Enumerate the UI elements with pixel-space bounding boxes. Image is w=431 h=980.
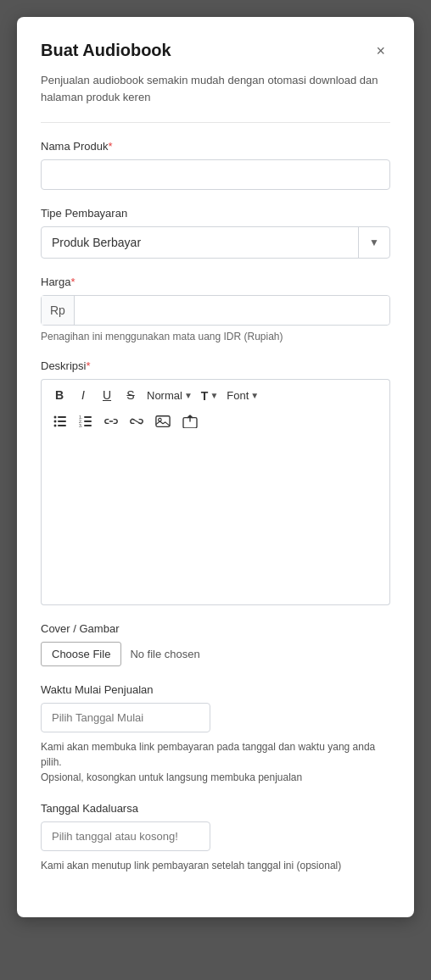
close-button[interactable]: ×	[371, 42, 390, 60]
no-file-text: No file chosen	[130, 648, 199, 660]
tanggal-kadaluarsa-input[interactable]	[41, 821, 210, 851]
file-input-row: Choose File No file chosen	[41, 642, 390, 666]
unordered-list-button[interactable]	[48, 413, 72, 430]
underline-button[interactable]: U	[96, 385, 118, 407]
waktu-mulai-field: Waktu Mulai Penjualan Kami akan membuka …	[41, 683, 390, 785]
link-button[interactable]	[99, 413, 123, 430]
toolbar-row2: 1. 2. 3.	[48, 412, 383, 431]
tipe-pembayaran-field: Tipe Pembayaran Produk Berbayar ▼	[41, 207, 390, 259]
font-value: Font	[227, 389, 249, 402]
svg-rect-7	[84, 416, 92, 418]
modal-container: Buat Audiobook × Penjualan audiobook sem…	[17, 17, 414, 917]
tanggal-kadaluarsa-field: Tanggal Kadaluarsa Kami akan menutup lin…	[41, 802, 390, 873]
deskripsi-label: Deskripsi*	[41, 359, 390, 372]
svg-point-2	[54, 420, 57, 422]
strikethrough-button[interactable]: S	[120, 385, 142, 407]
price-wrapper: Rp	[41, 295, 390, 326]
tipe-pembayaran-label: Tipe Pembayaran	[41, 207, 390, 220]
unlink-button[interactable]	[125, 413, 148, 430]
modal-subtitle: Penjualan audiobook semakin mudah dengan…	[41, 72, 390, 105]
svg-text:3.: 3.	[79, 423, 82, 427]
harga-hint: Penagihan ini menggunakan mata uang IDR …	[41, 331, 390, 342]
font-size-select[interactable]: Normal ▼	[143, 387, 196, 404]
svg-rect-13	[156, 415, 170, 426]
svg-rect-11	[84, 425, 92, 426]
deskripsi-editor[interactable]	[41, 436, 390, 605]
choose-file-button[interactable]: Choose File	[41, 642, 121, 666]
harga-input[interactable]	[75, 296, 389, 325]
bold-button[interactable]: B	[48, 385, 70, 407]
font-size-arrow-icon: ▼	[184, 391, 193, 400]
waktu-mulai-input[interactable]	[41, 703, 210, 732]
modal-header: Buat Audiobook ×	[41, 41, 390, 60]
nama-produk-input[interactable]	[41, 159, 390, 190]
text-color-arrow-icon: ▼	[210, 391, 218, 400]
svg-rect-5	[58, 425, 66, 426]
waktu-mulai-hint: Kami akan membuka link pembayaran pada t…	[41, 739, 390, 785]
waktu-mulai-label: Waktu Mulai Penjualan	[41, 683, 390, 696]
svg-point-4	[54, 424, 57, 426]
header-divider	[41, 122, 390, 123]
tanggal-kadaluarsa-hint: Kami akan menutup link pembayaran setela…	[41, 858, 390, 873]
toolbar-row1: B I U S Normal ▼ T ▼ Font ▼	[48, 385, 383, 407]
text-color-icon: T	[201, 389, 209, 403]
editor-toolbar: B I U S Normal ▼ T ▼ Font ▼	[41, 379, 390, 436]
harga-label: Harga*	[41, 276, 390, 288]
cover-field: Cover / Gambar Choose File No file chose…	[41, 622, 390, 666]
deskripsi-field: Deskripsi* B I U S Normal ▼ T ▼	[41, 359, 390, 605]
cover-label: Cover / Gambar	[41, 622, 390, 635]
font-arrow-icon: ▼	[250, 391, 259, 400]
svg-rect-1	[58, 416, 66, 418]
nama-produk-label: Nama Produk*	[41, 140, 390, 153]
text-color-button[interactable]: T ▼	[198, 387, 221, 405]
svg-rect-9	[84, 420, 92, 422]
tipe-pembayaran-select[interactable]: Produk Berbayar ▼	[41, 226, 390, 259]
tipe-pembayaran-value: Produk Berbayar	[42, 228, 358, 257]
nama-produk-field: Nama Produk*	[41, 140, 390, 190]
font-select[interactable]: Font ▼	[223, 387, 262, 404]
chevron-down-icon[interactable]: ▼	[359, 237, 389, 248]
insert-image-button[interactable]	[150, 412, 176, 431]
italic-button[interactable]: I	[72, 385, 94, 407]
font-size-value: Normal	[147, 389, 182, 402]
upload-image-button[interactable]	[177, 412, 203, 431]
svg-rect-3	[58, 420, 66, 422]
ordered-list-button[interactable]: 1. 2. 3.	[74, 413, 98, 430]
harga-field: Harga* Rp Penagihan ini menggunakan mata…	[41, 276, 390, 342]
modal-title: Buat Audiobook	[41, 41, 171, 60]
modal-overlay: Buat Audiobook × Penjualan audiobook sem…	[0, 0, 431, 980]
svg-point-0	[54, 415, 57, 418]
tanggal-kadaluarsa-label: Tanggal Kadaluarsa	[41, 802, 390, 815]
price-prefix: Rp	[42, 296, 75, 325]
